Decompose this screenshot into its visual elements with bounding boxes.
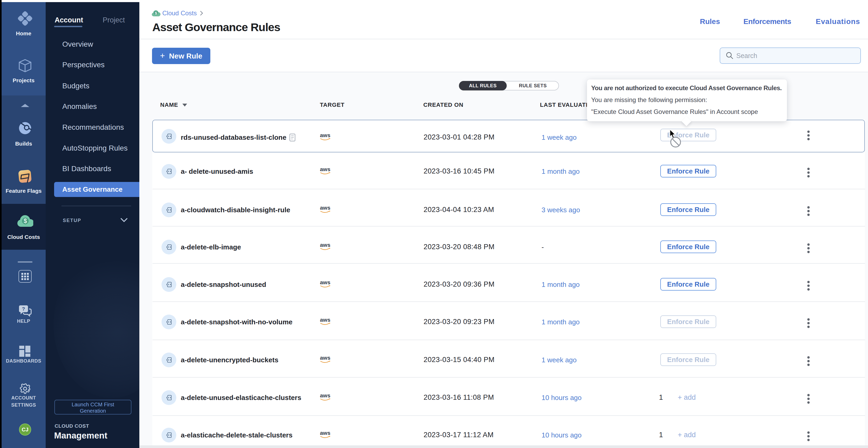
svg-text:?: ?	[22, 306, 25, 312]
svg-text:aws: aws	[320, 166, 331, 172]
svg-text:aws: aws	[320, 205, 331, 211]
svg-text:aws: aws	[320, 317, 331, 323]
svg-text:aws: aws	[320, 132, 331, 138]
svg-text:aws: aws	[320, 355, 331, 361]
svg-text:aws: aws	[320, 392, 331, 399]
svg-text:aws: aws	[320, 430, 331, 436]
svg-text:$: $	[24, 217, 27, 225]
svg-text:aws: aws	[320, 242, 331, 248]
svg-text:$: $	[155, 11, 157, 15]
svg-text:aws: aws	[320, 279, 331, 285]
